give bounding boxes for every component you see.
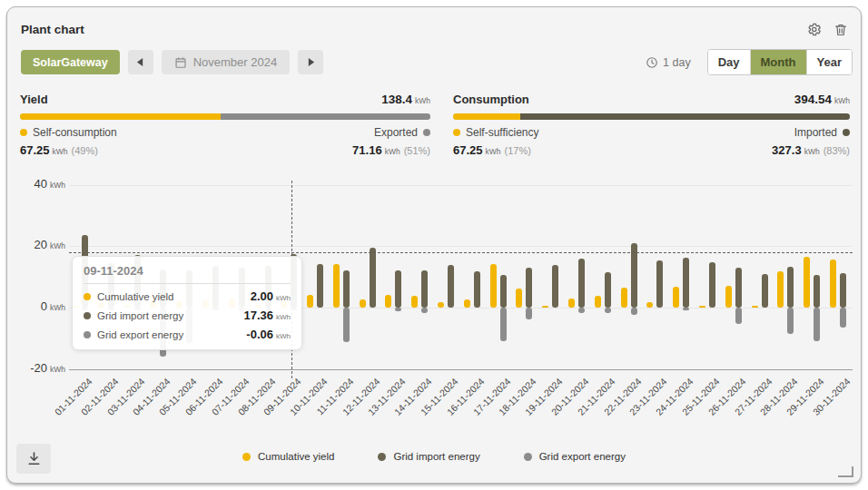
bar-cumulative-yield[interactable] <box>621 288 627 308</box>
bar-cumulative-yield[interactable] <box>595 296 601 308</box>
y-tick-unit: kWh <box>50 241 65 250</box>
bar-grid-import-energy[interactable] <box>343 270 350 308</box>
bar-cumulative-yield[interactable] <box>385 295 391 308</box>
bar-grid-import-energy[interactable] <box>421 270 428 308</box>
tooltip-label: Cumulative yield <box>97 291 251 302</box>
bar-grid-import-energy[interactable] <box>840 273 846 308</box>
bar-grid-export-energy[interactable] <box>395 308 401 311</box>
tooltip-value: 17.36 <box>243 309 273 322</box>
tooltip-label: Grid import energy <box>97 310 243 321</box>
bar-cumulative-yield[interactable] <box>438 302 444 308</box>
bar-cumulative-yield[interactable] <box>777 271 784 308</box>
bar-grid-import-energy[interactable] <box>448 265 454 308</box>
bar-grid-import-energy[interactable] <box>500 275 507 308</box>
bar-grid-import-energy[interactable] <box>787 267 794 308</box>
y-tick-unit: kWh <box>50 303 65 312</box>
bar-cumulative-yield[interactable] <box>307 295 313 308</box>
y-axis-label: 0kWh <box>7 299 65 313</box>
bar-grid-export-energy[interactable] <box>840 308 846 328</box>
tooltip-unit: kWh <box>276 313 291 321</box>
y-axis-label: -20kWh <box>7 361 65 375</box>
y-tick-value: 20 <box>35 238 47 251</box>
tooltip-row: Grid export energy-0.06kWh <box>84 328 291 341</box>
tooltip-unit: kWh <box>276 294 291 302</box>
bar-grid-export-energy[interactable] <box>814 308 820 341</box>
gridline <box>69 246 853 247</box>
resize-handle-icon[interactable] <box>838 466 853 477</box>
tooltip-value: -0.06 <box>246 328 273 341</box>
tooltip-value: 2.00 <box>251 289 273 303</box>
grid-import-energy-dot-icon <box>378 453 386 461</box>
bar-cumulative-yield[interactable] <box>568 299 575 308</box>
crosshair-horizontal-line <box>69 252 853 253</box>
tooltip-unit: kWh <box>276 332 291 340</box>
chart-legend: Cumulative yieldGrid import energyGrid e… <box>7 451 861 462</box>
bar-cumulative-yield[interactable] <box>490 264 497 308</box>
bar-grid-export-energy[interactable] <box>343 308 350 342</box>
bar-grid-export-energy[interactable] <box>683 308 689 310</box>
bar-cumulative-yield[interactable] <box>360 299 366 308</box>
bar-cumulative-yield[interactable] <box>804 257 810 308</box>
bar-grid-import-energy[interactable] <box>474 271 480 308</box>
bar-grid-import-energy[interactable] <box>709 262 715 308</box>
bar-cumulative-yield[interactable] <box>464 299 470 308</box>
bar-cumulative-yield[interactable] <box>516 289 522 308</box>
plant-chart-card: Plant chart SolarGateway <box>6 6 862 484</box>
legend-label: Grid import energy <box>393 451 479 462</box>
legend-label: Grid export energy <box>539 451 626 462</box>
y-tick-value: 40 <box>35 177 47 191</box>
bar-grid-import-energy[interactable] <box>578 259 585 308</box>
y-tick-value: -20 <box>30 361 47 375</box>
bar-grid-export-energy[interactable] <box>787 308 794 334</box>
chart-tooltip: 09-11-2024 Cumulative yield2.00kWhGrid i… <box>72 256 302 350</box>
y-axis-label: 40kWh <box>7 177 65 191</box>
bar-chart: 40kWh20kWh0kWh-20kWh01-11-202402-11-2024… <box>7 7 861 483</box>
cumulative-yield-dot-icon <box>84 293 91 300</box>
bar-grid-import-energy[interactable] <box>395 270 401 308</box>
bar-grid-import-energy[interactable] <box>656 260 663 308</box>
bar-cumulative-yield[interactable] <box>333 264 340 308</box>
bar-grid-import-energy[interactable] <box>735 268 742 308</box>
y-tick-unit: kWh <box>50 181 65 190</box>
bar-grid-import-energy[interactable] <box>526 268 532 308</box>
bar-grid-import-energy[interactable] <box>762 274 768 308</box>
bar-grid-import-energy[interactable] <box>683 258 689 308</box>
tooltip-row: Grid import energy17.36kWh <box>84 309 291 322</box>
y-axis-label: 20kWh <box>7 238 65 251</box>
bar-grid-export-energy[interactable] <box>526 308 532 319</box>
bar-grid-import-energy[interactable] <box>605 272 611 308</box>
grid-export-energy-dot-icon <box>84 331 91 338</box>
bar-cumulative-yield[interactable] <box>725 286 732 308</box>
legend-label: Cumulative yield <box>258 451 334 462</box>
bar-grid-export-energy[interactable] <box>500 308 507 341</box>
bar-grid-import-energy[interactable] <box>814 275 820 308</box>
bar-grid-export-energy[interactable] <box>421 308 428 313</box>
tooltip-date: 09-11-2024 <box>84 264 291 284</box>
cumulative-yield-dot-icon <box>242 453 251 461</box>
legend-item-cumulative-yield[interactable]: Cumulative yield <box>242 451 334 462</box>
bar-cumulative-yield[interactable] <box>411 296 418 308</box>
bar-cumulative-yield[interactable] <box>699 306 705 309</box>
bar-grid-import-energy[interactable] <box>552 265 558 308</box>
bar-grid-export-energy[interactable] <box>735 308 742 324</box>
y-tick-unit: kWh <box>50 365 65 374</box>
bar-grid-export-energy[interactable] <box>605 308 611 313</box>
bar-cumulative-yield[interactable] <box>830 260 836 308</box>
legend-item-grid-import-energy[interactable]: Grid import energy <box>378 451 479 462</box>
tooltip-rows: Cumulative yield2.00kWhGrid import energ… <box>84 289 291 341</box>
gridline <box>69 369 853 370</box>
grid-import-energy-dot-icon <box>84 312 91 319</box>
y-tick-value: 0 <box>41 299 47 313</box>
bar-cumulative-yield[interactable] <box>752 306 758 309</box>
legend-item-grid-export-energy[interactable]: Grid export energy <box>524 451 626 462</box>
tooltip-label: Grid export energy <box>97 329 246 340</box>
grid-export-energy-dot-icon <box>524 453 532 461</box>
bar-grid-import-energy[interactable] <box>317 264 323 308</box>
bar-grid-export-energy[interactable] <box>578 308 585 313</box>
bar-cumulative-yield[interactable] <box>673 287 679 308</box>
tooltip-row: Cumulative yield2.00kWh <box>84 289 291 303</box>
bar-grid-export-energy[interactable] <box>631 308 637 315</box>
bar-grid-import-energy[interactable] <box>370 248 376 308</box>
gridline <box>69 185 853 186</box>
bar-cumulative-yield[interactable] <box>542 306 548 309</box>
